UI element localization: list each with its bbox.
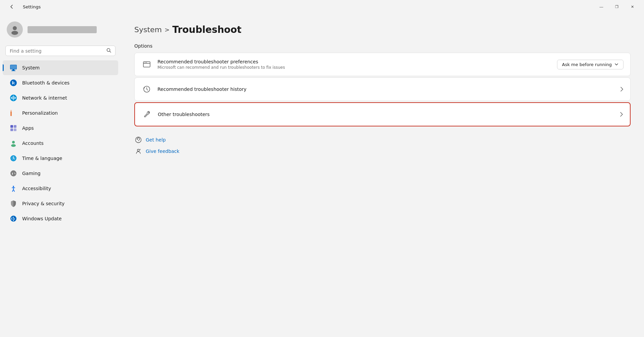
sidebar-item-windows-update-label: Windows Update xyxy=(22,216,62,221)
titlebar-left: Settings xyxy=(4,1,41,12)
app-title: Settings xyxy=(23,4,41,9)
svg-point-24 xyxy=(10,170,16,176)
card-recommended-preferences-text: Recommended troubleshooter preferences M… xyxy=(157,59,552,70)
avatar xyxy=(7,21,23,38)
sidebar-item-privacy[interactable]: Privacy & security xyxy=(3,196,118,211)
svg-point-43 xyxy=(137,149,139,151)
accounts-icon xyxy=(9,139,17,147)
sidebar-item-time[interactable]: Time & language xyxy=(3,151,118,166)
card-recommended-history-title: Recommended troubleshooter history xyxy=(157,87,615,92)
svg-point-0 xyxy=(13,26,17,30)
svg-point-44 xyxy=(139,149,141,150)
close-button[interactable]: ✕ xyxy=(625,1,640,12)
card-recommended-history: Recommended troubleshooter history xyxy=(134,77,631,101)
history-icon xyxy=(141,84,152,95)
card-recommended-preferences-right: Ask me before running xyxy=(557,60,624,69)
troubleshooter-dropdown[interactable]: Ask me before running xyxy=(557,60,624,69)
sidebar-item-accessibility-label: Accessibility xyxy=(22,186,51,191)
svg-point-18 xyxy=(12,141,15,144)
svg-point-1 xyxy=(11,31,18,35)
card-recommended-history-row[interactable]: Recommended troubleshooter history xyxy=(135,78,630,101)
privacy-icon xyxy=(9,200,17,208)
wrench-icon xyxy=(142,109,152,120)
svg-point-38 xyxy=(146,62,147,63)
sidebar-item-privacy-label: Privacy & security xyxy=(22,201,64,206)
gaming-icon xyxy=(9,169,17,177)
minimize-button[interactable]: — xyxy=(594,1,609,12)
card-other-troubleshooters: Other troubleshooters xyxy=(134,102,631,126)
sidebar-item-apps[interactable]: Apps xyxy=(3,121,118,135)
user-section: ████████████ xyxy=(0,19,121,44)
chevron-right-icon-2 xyxy=(620,112,623,117)
card-other-troubleshooters-text: Other troubleshooters xyxy=(158,112,614,117)
maximize-button[interactable]: ❐ xyxy=(609,1,625,12)
back-button[interactable] xyxy=(4,1,19,12)
sidebar-item-personalization-label: Personalization xyxy=(22,110,58,116)
content-area: System > Troubleshoot Options Recommende… xyxy=(121,13,644,337)
svg-rect-14 xyxy=(10,125,13,128)
svg-point-37 xyxy=(145,62,145,63)
breadcrumb-parent[interactable]: System xyxy=(134,25,162,34)
preferences-icon xyxy=(141,59,152,70)
svg-rect-5 xyxy=(12,69,14,70)
time-icon xyxy=(9,154,17,162)
get-help-link[interactable]: Get help xyxy=(134,136,631,144)
search-input[interactable] xyxy=(10,48,104,54)
search-box[interactable] xyxy=(5,46,116,56)
svg-rect-26 xyxy=(12,173,13,175)
svg-line-33 xyxy=(13,189,14,191)
sidebar-item-time-label: Time & language xyxy=(22,156,62,161)
give-feedback-text[interactable]: Give feedback xyxy=(146,149,179,154)
svg-rect-17 xyxy=(14,128,16,131)
breadcrumb: System > Troubleshoot xyxy=(134,24,631,35)
sidebar-item-accounts[interactable]: Accounts xyxy=(3,136,118,151)
sidebar-item-gaming[interactable]: Gaming xyxy=(3,166,118,181)
svg-rect-35 xyxy=(143,62,150,67)
get-help-text[interactable]: Get help xyxy=(146,137,166,143)
search-icon xyxy=(106,48,111,54)
sidebar-item-network[interactable]: Network & internet xyxy=(3,91,118,105)
give-feedback-link[interactable]: Give feedback xyxy=(134,147,631,155)
svg-rect-16 xyxy=(10,128,13,131)
card-recommended-preferences-title: Recommended troubleshooter preferences xyxy=(157,59,552,64)
svg-point-19 xyxy=(11,144,16,147)
titlebar: Settings — ❐ ✕ xyxy=(0,0,644,13)
svg-rect-7 xyxy=(10,65,16,69)
give-feedback-icon xyxy=(134,147,142,155)
sidebar-item-system[interactable]: System xyxy=(3,60,118,75)
sidebar-item-network-label: Network & internet xyxy=(22,95,67,101)
apps-icon xyxy=(9,124,17,132)
window-controls: — ❐ ✕ xyxy=(594,1,640,12)
username: ████████████ xyxy=(28,26,97,33)
card-recommended-history-text: Recommended troubleshooter history xyxy=(157,87,615,92)
sidebar-item-personalization[interactable]: Personalization xyxy=(3,106,118,120)
card-other-troubleshooters-title: Other troubleshooters xyxy=(158,112,614,117)
sidebar-item-system-label: System xyxy=(22,65,40,70)
windows-update-icon xyxy=(9,215,17,223)
sidebar-item-bluetooth[interactable]: Bluetooth & devices xyxy=(3,75,118,90)
get-help-icon xyxy=(134,136,142,144)
chevron-down-icon xyxy=(614,62,618,66)
accessibility-icon xyxy=(9,184,17,192)
breadcrumb-separator: > xyxy=(165,26,170,33)
sidebar-item-windows-update[interactable]: Windows Update xyxy=(3,211,118,226)
svg-rect-12 xyxy=(10,111,12,116)
card-recommended-preferences-row[interactable]: Recommended troubleshooter preferences M… xyxy=(135,53,630,76)
svg-point-28 xyxy=(15,173,15,174)
search-container xyxy=(0,44,121,60)
card-other-troubleshooters-row[interactable]: Other troubleshooters xyxy=(135,103,630,126)
chevron-right-icon xyxy=(620,87,624,92)
personalization-icon xyxy=(9,109,17,117)
app-container: ████████████ xyxy=(0,13,644,337)
sidebar-item-accounts-label: Accounts xyxy=(22,141,44,146)
card-recommended-preferences-subtitle: Microsoft can recommend and run troubles… xyxy=(157,65,552,70)
links-section: Get help Give feedback xyxy=(134,136,631,155)
sidebar-item-bluetooth-label: Bluetooth & devices xyxy=(22,80,70,86)
options-heading: Options xyxy=(134,43,631,49)
page-title: Troubleshoot xyxy=(172,24,241,35)
sidebar-nav: System Bluetooth & devices xyxy=(0,60,121,226)
svg-line-3 xyxy=(110,51,111,53)
card-recommended-preferences: Recommended troubleshooter preferences M… xyxy=(134,53,631,76)
sidebar-item-accessibility[interactable]: Accessibility xyxy=(3,181,118,196)
sidebar-item-apps-label: Apps xyxy=(22,125,34,131)
